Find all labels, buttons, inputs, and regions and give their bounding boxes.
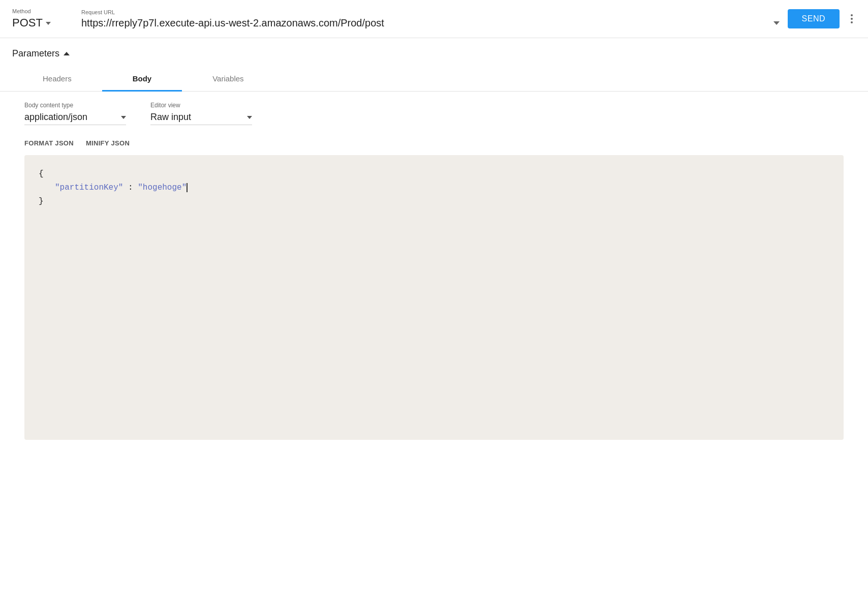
method-select[interactable]: POST xyxy=(12,16,73,29)
tab-variables[interactable]: Variables xyxy=(182,67,274,92)
method-value: POST xyxy=(12,16,43,29)
body-content-type-label: Body content type xyxy=(24,102,126,109)
more-dot-3 xyxy=(851,21,853,23)
url-section: Request URL https://rreply7p7l.execute-a… xyxy=(81,9,780,29)
json-line-close: } xyxy=(39,195,829,208)
json-line-content: "partitionKey" : "hogehoge" xyxy=(39,181,829,195)
json-line-open: { xyxy=(39,167,829,181)
parameters-label: Parameters xyxy=(12,48,59,59)
url-value[interactable]: https://rreply7p7l.execute-api.us-west-2… xyxy=(81,17,769,29)
editor-view-group: Editor view Raw input xyxy=(150,102,252,125)
method-chevron-down-icon xyxy=(46,22,51,25)
method-section: Method POST xyxy=(12,8,73,29)
cursor xyxy=(187,183,188,192)
parameters-chevron-up-icon xyxy=(64,52,70,55)
editor-view-value: Raw input xyxy=(150,112,243,123)
tab-body[interactable]: Body xyxy=(102,67,182,92)
editor-view-label: Editor view xyxy=(150,102,252,109)
body-content-type-chevron-down-icon xyxy=(121,116,126,119)
more-dot-1 xyxy=(851,14,853,16)
url-chevron-down-icon[interactable] xyxy=(773,21,780,25)
minify-json-button[interactable]: MINIFY JSON xyxy=(80,137,136,149)
body-content-type-select[interactable]: application/json xyxy=(24,112,126,125)
tab-headers[interactable]: Headers xyxy=(12,67,102,92)
format-json-button[interactable]: FORMAT JSON xyxy=(24,137,80,149)
more-dot-2 xyxy=(851,18,853,20)
send-button[interactable]: SEND xyxy=(788,9,840,28)
editor-view-chevron-down-icon xyxy=(247,116,252,119)
method-label: Method xyxy=(12,8,73,14)
url-label: Request URL xyxy=(81,9,780,15)
json-value: "hogehoge" xyxy=(138,183,188,192)
json-editor[interactable]: { "partitionKey" : "hogehoge" } xyxy=(24,155,844,440)
tabs-row: Headers Body Variables xyxy=(0,67,868,92)
json-close-brace: } xyxy=(39,197,44,206)
body-options: Body content type application/json Edito… xyxy=(24,92,844,133)
body-content-type-group: Body content type application/json xyxy=(24,102,126,125)
parameters-header[interactable]: Parameters xyxy=(12,48,856,59)
editor-view-select[interactable]: Raw input xyxy=(150,112,252,125)
json-colon: : xyxy=(128,183,138,192)
json-open-brace: { xyxy=(39,169,44,178)
top-bar: Method POST Request URL https://rreply7p… xyxy=(0,0,868,38)
parameters-section: Parameters Headers Body Variables Body c… xyxy=(0,38,868,452)
main-content: Body content type application/json Edito… xyxy=(12,92,856,452)
json-actions: FORMAT JSON MINIFY JSON xyxy=(24,133,844,155)
body-content-type-value: application/json xyxy=(24,112,117,123)
url-row: https://rreply7p7l.execute-api.us-west-2… xyxy=(81,17,780,29)
more-options-button[interactable] xyxy=(848,11,856,26)
json-key: "partitionKey" xyxy=(55,183,123,192)
